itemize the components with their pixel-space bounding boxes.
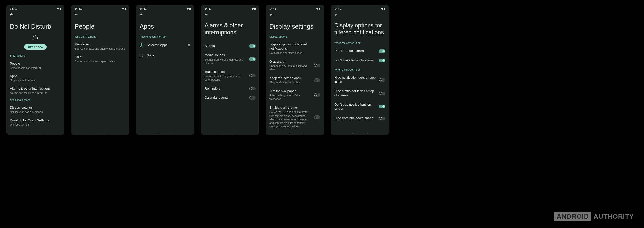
back-icon[interactable] — [74, 13, 78, 17]
toggle-switch[interactable] — [379, 59, 385, 62]
nav-bar[interactable] — [353, 133, 367, 133]
gear-icon[interactable] — [187, 43, 191, 47]
item-messages[interactable]: Messages Starred contacts and priority c… — [75, 40, 126, 53]
toggle-dark-theme[interactable]: Enable dark themeSwitch the OS and apps … — [269, 103, 320, 131]
toggle-switch[interactable] — [314, 115, 320, 119]
radio-selected-apps[interactable]: Selected apps — [140, 40, 191, 50]
item-duration[interactable]: Duration for Quick Settings Until you tu… — [10, 116, 61, 129]
item-alarms[interactable]: Alarms & other interruptions Alarms and … — [10, 84, 61, 97]
nav-bar[interactable] — [223, 133, 237, 133]
toggle-switch[interactable] — [249, 87, 256, 90]
radio-none[interactable]: None — [140, 50, 191, 61]
back-icon[interactable] — [139, 13, 143, 17]
toggle-calendar[interactable]: Calendar events — [205, 93, 256, 102]
toggle-switch[interactable] — [379, 78, 385, 82]
toggle-switch[interactable] — [379, 92, 385, 95]
radio-icon — [140, 43, 143, 47]
wifi-icon — [186, 8, 189, 10]
toggle-switch[interactable] — [379, 49, 385, 53]
section-label: When the screen is on — [334, 68, 385, 71]
toggle-switch[interactable] — [379, 105, 385, 108]
toggle-hide-shade[interactable]: Hide from pull-down shade — [334, 113, 385, 123]
back-icon[interactable] — [9, 13, 13, 17]
item-sub: Sounds from the keyboard and other butto… — [205, 74, 247, 81]
svg-rect-9 — [255, 8, 255, 8]
status-bar: 14:41 — [266, 5, 324, 11]
item-sub: Switch the OS and apps to prefer light t… — [269, 110, 312, 128]
item-title: Don't turn on screen — [334, 49, 377, 53]
toggle-touch-sounds[interactable]: Touch soundsSounds from the keyboard and… — [205, 67, 256, 84]
item-sub: Starred contacts and repeat callers — [75, 60, 126, 63]
page-title: Apps — [140, 23, 191, 30]
toggle-alarms[interactable]: Alarms — [205, 41, 256, 51]
item-display-options[interactable]: Display options for filtered notificatio… — [269, 40, 320, 57]
nav-bar[interactable] — [288, 133, 302, 133]
nav-bar[interactable] — [158, 133, 172, 133]
item-sub: Notifications partially hidden — [269, 51, 320, 55]
item-sub: Change the screen to black and white — [269, 64, 312, 71]
toggle-switch[interactable] — [379, 117, 385, 120]
battery-icon — [189, 8, 191, 10]
screen-filtered-notifications: 14:42 Display options for filtered notif… — [331, 5, 389, 135]
svg-rect-10 — [319, 8, 320, 10]
page-title: People — [75, 23, 126, 30]
item-title: Reminders — [205, 87, 247, 91]
toggle-switch[interactable] — [314, 78, 320, 82]
toggle-dont-pop[interactable]: Don't pop notifications on screen — [334, 100, 385, 114]
item-title: Duration for Quick Settings — [10, 118, 61, 123]
back-icon[interactable] — [269, 13, 273, 17]
item-title: Dim the wallpaper — [269, 89, 312, 93]
item-title: Media sounds — [205, 53, 247, 58]
nav-bar[interactable] — [93, 133, 107, 133]
svg-rect-13 — [385, 8, 385, 8]
toggle-media-sounds[interactable]: Media soundsSounds from videos, games, a… — [205, 51, 256, 67]
toggle-dont-turn-on[interactable]: Don't turn on screen — [334, 46, 385, 56]
toggle-keep-dark[interactable]: Keep the screen darkDisable always on di… — [269, 74, 320, 87]
battery-icon — [319, 8, 320, 10]
wifi-icon — [316, 8, 319, 10]
toggle-dont-wake[interactable]: Don't wake for notifications — [334, 56, 385, 65]
svg-rect-5 — [125, 8, 126, 8]
clock: 14:41 — [205, 7, 212, 10]
item-calls[interactable]: Calls Starred contacts and repeat caller… — [75, 53, 126, 65]
turn-on-button[interactable]: Turn on now — [24, 44, 47, 50]
battery-icon — [125, 8, 126, 10]
clock: 14:41 — [269, 7, 276, 10]
toggle-switch[interactable] — [314, 93, 320, 97]
toggle-grayscale[interactable]: GrayscaleChange the screen to black and … — [269, 57, 320, 74]
status-icons — [122, 8, 126, 10]
toggle-hide-status-icons[interactable]: Hide status bar icons at top of screen — [334, 87, 385, 100]
item-people[interactable]: People Some people can interrupt — [10, 59, 61, 72]
toggle-switch[interactable] — [249, 96, 256, 100]
toggle-switch[interactable] — [249, 74, 256, 77]
toggle-switch[interactable] — [249, 44, 256, 48]
item-title: Messages — [75, 42, 126, 47]
toggle-switch[interactable] — [249, 57, 256, 61]
item-display-settings[interactable]: Display settings Notifications partially… — [10, 103, 61, 116]
radio-label: Selected apps — [147, 43, 184, 47]
svg-rect-12 — [384, 8, 385, 10]
item-title: Don't pop notifications on screen — [334, 103, 377, 111]
toggle-dim-wallpaper[interactable]: Dim the wallpaperFilter the brightness o… — [269, 87, 320, 103]
item-title: Hide notification dots on app icons — [334, 76, 377, 84]
nav-bar[interactable] — [28, 133, 43, 133]
back-icon[interactable] — [334, 13, 338, 17]
clock: 14:42 — [334, 7, 341, 10]
svg-rect-11 — [320, 8, 320, 8]
toggle-hide-dots[interactable]: Hide notification dots on app icons — [334, 73, 385, 87]
back-icon[interactable] — [204, 13, 208, 17]
screen-apps: 14:41 Apps Apps that can interrupt Selec… — [136, 5, 194, 135]
item-apps[interactable]: Apps No apps can interrupt — [10, 72, 61, 84]
svg-rect-6 — [189, 8, 191, 10]
page-title: Alarms & other interruptions — [205, 22, 256, 36]
section-label: Apps that can interrupt — [140, 35, 191, 38]
section-label: Who can interrupt — [75, 35, 126, 38]
section-label: Additional actions — [10, 98, 61, 101]
item-title: Hide status bar icons at top of screen — [334, 89, 377, 98]
svg-rect-8 — [254, 8, 256, 10]
toggle-reminders[interactable]: Reminders — [205, 84, 256, 93]
status-bar: 14:41 — [136, 5, 194, 11]
status-bar: 14:41 — [71, 5, 129, 11]
page-title: Display options for filtered notificatio… — [334, 22, 385, 36]
toggle-switch[interactable] — [314, 64, 320, 67]
